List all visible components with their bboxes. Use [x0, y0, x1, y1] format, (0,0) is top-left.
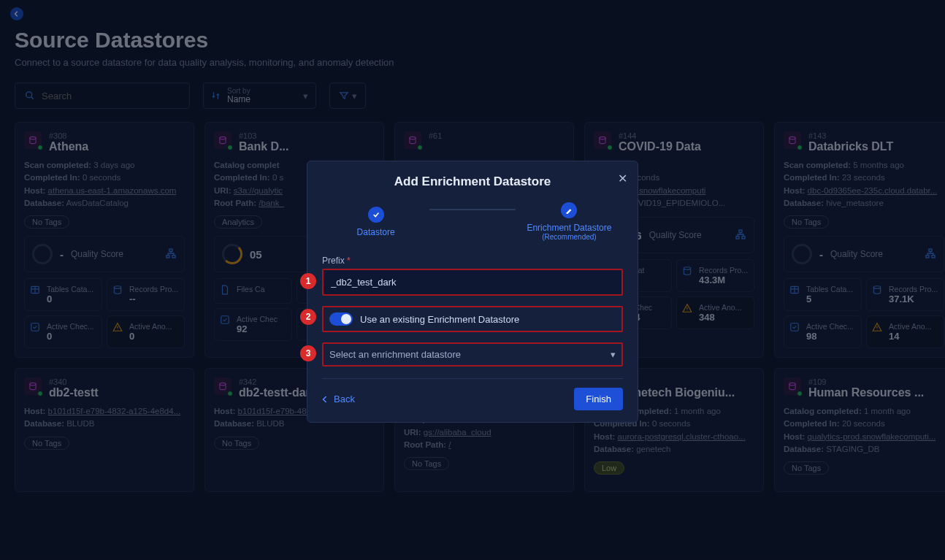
- chevron-left-icon: [322, 396, 328, 403]
- modal-overlay: ✕ Add Enrichment Datastore Datastore Enr…: [0, 0, 945, 560]
- step-1-indicator: [368, 207, 384, 223]
- modal-title: Add Enrichment Datastore: [322, 174, 623, 189]
- existing-datastore-toggle[interactable]: [329, 312, 353, 326]
- toggle-label: Use an existing Enrichment Datastore: [360, 314, 519, 325]
- step-1-label: Datastore: [322, 227, 429, 237]
- step-2-label: Enrichment Datastore: [516, 223, 623, 233]
- step-2-sublabel: (Recommended): [516, 233, 623, 241]
- chevron-down-icon: ▾: [611, 349, 616, 360]
- stepper: Datastore Enrichment Datastore (Recommen…: [322, 202, 623, 241]
- finish-button[interactable]: Finish: [574, 388, 623, 410]
- close-button[interactable]: ✕: [618, 172, 627, 185]
- back-button[interactable]: Back: [322, 394, 355, 404]
- select-placeholder: Select an enrichment datastore: [329, 349, 461, 360]
- annotation-marker-2: 2: [300, 309, 316, 325]
- check-icon: [372, 211, 380, 218]
- add-enrichment-modal: ✕ Add Enrichment Datastore Datastore Enr…: [307, 161, 638, 423]
- enrichment-select[interactable]: Select an enrichment datastore ▾: [322, 342, 623, 367]
- prefix-input[interactable]: [322, 269, 623, 296]
- step-2-indicator: [561, 202, 577, 218]
- prefix-label: Prefix *: [322, 256, 623, 266]
- annotation-marker-3: 3: [300, 345, 316, 361]
- annotation-marker-1: 1: [300, 273, 316, 289]
- pencil-icon: [565, 207, 573, 214]
